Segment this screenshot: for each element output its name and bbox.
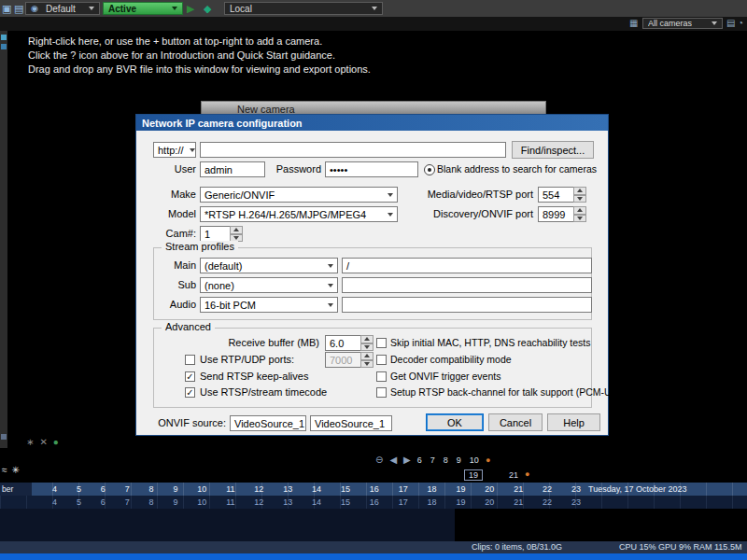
status-bar: Clips: 0 items, 0B/31.0G CPU 15% GPU 9% … xyxy=(0,541,747,553)
backchannel-checkbox[interactable] xyxy=(376,387,387,398)
viewer-tools: ∗ ✕ ● xyxy=(26,437,59,447)
search-radio[interactable] xyxy=(424,164,435,175)
stepper-arrows[interactable] xyxy=(573,206,586,222)
make-dropdown[interactable]: Generic/ONVIF xyxy=(200,187,398,203)
gear-icon[interactable]: ∗ xyxy=(26,437,34,447)
onvif-source-label: ONVIF source: xyxy=(153,415,226,431)
timecode-checkbox[interactable]: ✓ xyxy=(185,387,195,398)
rtp-udp-checkbox[interactable] xyxy=(185,355,195,365)
profile-dot-icon: ◉ xyxy=(31,4,38,13)
panel-icon[interactable] xyxy=(1,434,7,440)
server-dropdown[interactable]: Local xyxy=(224,2,383,15)
timecode-label: Use RTSP/stream timecode xyxy=(200,385,327,400)
stepper-arrows[interactable] xyxy=(573,187,586,203)
timeline-hours-bottom: 4567891011121314151617181920212223 xyxy=(52,496,581,509)
chevron-down-icon xyxy=(372,7,377,10)
profile-dropdown[interactable]: ◉ Default xyxy=(25,2,100,15)
leaf-icon[interactable]: ● xyxy=(53,437,59,447)
address-input[interactable] xyxy=(200,142,506,158)
pin-icon[interactable]: ● xyxy=(486,455,490,465)
panel-icon[interactable] xyxy=(1,35,7,40)
sub-profile-dropdown[interactable]: (none) xyxy=(200,277,338,293)
arrow-left-icon[interactable]: ◀ xyxy=(389,454,397,467)
new-camera-window-title: New camera xyxy=(237,104,295,115)
sub-stream-label: Sub xyxy=(144,277,196,293)
audio-profile-dropdown[interactable]: 16-bit PCM xyxy=(200,297,338,313)
cancel-label: Cancel xyxy=(500,417,531,428)
camera-config-dialog: Network IP camera configuration http:// … xyxy=(135,114,609,436)
next-day-label[interactable]: 21 xyxy=(509,470,518,480)
discovery-port-label: Discovery/ONVIF port xyxy=(402,206,533,222)
rtp-port-stepper[interactable]: 7000 xyxy=(325,352,374,368)
camera-icon[interactable]: ▤ xyxy=(14,2,23,15)
find-inspect-label: Find/inspect... xyxy=(521,145,585,156)
stepper-arrows[interactable] xyxy=(360,352,374,368)
app-icon[interactable]: ▣ xyxy=(2,2,11,15)
cam-number-label: Cam#: xyxy=(144,226,196,242)
server-dropdown-value: Local xyxy=(230,4,252,14)
advanced-legend: Advanced xyxy=(162,321,215,332)
chevron-down-icon xyxy=(89,7,94,10)
spin-up-icon xyxy=(577,208,583,212)
find-inspect-button[interactable]: Find/inspect... xyxy=(512,141,594,159)
play-icon[interactable]: ▶ xyxy=(187,2,194,15)
grid-icon[interactable]: ▦ xyxy=(629,18,638,28)
timeline-track[interactable]: 4567891011121314151617181920212223 xyxy=(0,496,747,509)
cube-icon[interactable]: ◆ xyxy=(204,2,211,15)
zoom-out-icon[interactable]: ⊖ xyxy=(375,454,383,467)
skip-tests-checkbox[interactable] xyxy=(376,338,387,348)
onvif-source-input-1[interactable]: VideoSource_1 xyxy=(230,415,306,431)
sub-path-input[interactable] xyxy=(342,277,592,293)
day-numbers[interactable]: 678910 xyxy=(417,455,479,465)
spin-down-icon xyxy=(577,217,583,220)
timeline-hour-ruler[interactable]: ber 2023 4567891011121314151617181920212… xyxy=(0,483,747,496)
protocol-dropdown[interactable]: http:// xyxy=(153,142,196,158)
main-profile-dropdown[interactable]: (default) xyxy=(200,258,338,273)
onvif-source-input-2[interactable]: VideoSource_1 xyxy=(310,415,392,431)
spin-down-icon xyxy=(233,236,239,240)
audio-stream-label: Audio xyxy=(144,297,196,313)
cancel-button[interactable]: Cancel xyxy=(488,413,543,431)
help-button[interactable]: Help xyxy=(547,413,600,431)
onvif-trigger-label: Get ONVIF trigger events xyxy=(390,369,500,385)
selected-day-box[interactable]: 19 xyxy=(464,469,483,481)
clock-icon[interactable]: ◔ xyxy=(738,18,743,28)
stepper-arrows[interactable] xyxy=(230,226,243,242)
spin-up-icon xyxy=(577,189,583,192)
bottom-accent-strip xyxy=(0,553,747,560)
app-window: ▣ ▤ ◉ Default Active ▶ ◆ Local ▦ All cam… xyxy=(0,0,747,560)
cam-number-stepper[interactable]: 1 xyxy=(200,226,243,242)
keepalive-checkbox[interactable]: ✓ xyxy=(185,371,195,382)
discovery-port-value: 8999 xyxy=(538,206,574,222)
pin-icon[interactable]: ● xyxy=(525,469,529,479)
layout-icon[interactable]: ▤ xyxy=(726,18,735,28)
audio-path-input[interactable] xyxy=(342,297,592,313)
user-input[interactable]: admin xyxy=(200,161,265,177)
receive-buffer-value: 6.0 xyxy=(325,335,361,351)
schedule-status-dropdown[interactable]: Active xyxy=(103,2,183,15)
protocol-value: http:// xyxy=(158,145,184,156)
model-dropdown[interactable]: *RTSP H.264/H.265/MJPG/MPEG4 xyxy=(200,206,398,222)
receive-buffer-stepper[interactable]: 6.0 xyxy=(325,335,374,351)
discovery-port-stepper[interactable]: 8999 xyxy=(538,206,586,222)
system-status: CPU 15% GPU 9% RAM 115.5M xyxy=(619,541,741,553)
media-port-stepper[interactable]: 554 xyxy=(538,187,586,203)
panel-icon[interactable] xyxy=(1,44,7,49)
user-label: User xyxy=(144,161,196,177)
dialog-titlebar[interactable]: Network IP camera configuration xyxy=(136,115,608,131)
stepper-arrows[interactable] xyxy=(360,335,374,351)
make-value: Generic/ONVIF xyxy=(204,189,275,201)
timeline-body-right[interactable] xyxy=(455,509,747,541)
chevron-down-icon xyxy=(172,7,177,10)
receive-buffer-label: Receive buffer (MB) xyxy=(174,335,319,351)
left-panel-strip[interactable] xyxy=(0,31,7,448)
close-icon[interactable]: ✕ xyxy=(39,437,47,447)
arrow-right-icon[interactable]: ▶ xyxy=(403,454,411,467)
decoder-compat-checkbox[interactable] xyxy=(376,355,387,365)
onvif-trigger-checkbox[interactable] xyxy=(376,371,387,382)
onvif-source-value-1: VideoSource_1 xyxy=(234,418,304,429)
main-path-input[interactable]: / xyxy=(342,258,592,273)
all-cameras-dropdown[interactable]: All cameras xyxy=(642,18,723,29)
password-input[interactable]: ••••• xyxy=(325,161,418,177)
ok-button[interactable]: OK xyxy=(426,413,484,431)
